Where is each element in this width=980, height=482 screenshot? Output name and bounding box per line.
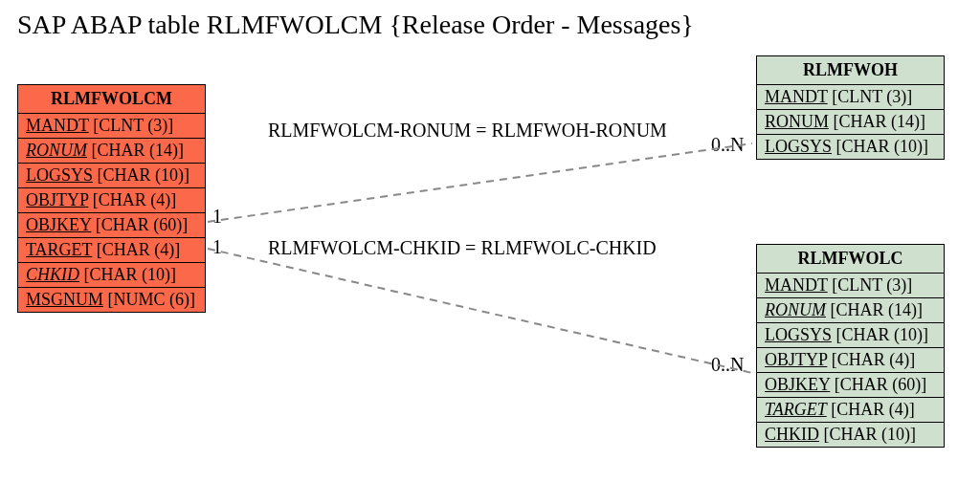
field-type: [CHAR (14)] [87, 141, 184, 160]
entity-field-row: OBJTYP [CHAR (4)] [18, 188, 205, 213]
field-name: TARGET [26, 240, 92, 259]
entity-field-row: TARGET [CHAR (4)] [18, 238, 205, 263]
field-name: RONUM [765, 112, 829, 131]
entity-header: RLMFWOH [757, 56, 944, 85]
field-type: [CLNT (3)] [828, 275, 913, 295]
field-name: CHKID [26, 265, 79, 284]
field-type: [CLNT (3)] [828, 87, 913, 106]
entity-field-row: LOGSYS [CHAR (10)] [18, 164, 205, 188]
entity-field-row: CHKID [CHAR (10)] [18, 263, 205, 288]
field-name: OBJKEY [765, 375, 830, 394]
field-name: TARGET [765, 400, 827, 419]
field-name: OBJTYP [26, 190, 88, 209]
entity-field-row: OBJTYP [CHAR (4)] [757, 348, 944, 373]
entity-field-row: RONUM [CHAR (14)] [18, 139, 205, 164]
relation-label-bottom: RLMFWOLCM-CHKID = RLMFWOLC-CHKID [268, 237, 657, 259]
entity-rlmfwolcm: RLMFWOLCM MANDT [CLNT (3)]RONUM [CHAR (1… [17, 84, 206, 313]
field-type: [CLNT (3)] [89, 116, 174, 135]
field-name: MANDT [765, 275, 828, 295]
field-name: OBJTYP [765, 350, 827, 369]
entity-field-row: RONUM [CHAR (14)] [757, 298, 944, 323]
entity-field-row: MANDT [CLNT (3)] [18, 114, 205, 139]
entity-rlmfwolc: RLMFWOLC MANDT [CLNT (3)]RONUM [CHAR (14… [756, 244, 945, 448]
relation-label-top: RLMFWOLCM-RONUM = RLMFWOH-RONUM [268, 120, 667, 142]
field-type: [CHAR (4)] [92, 240, 180, 259]
entity-field-row: RONUM [CHAR (14)] [757, 110, 944, 135]
field-type: [CHAR (10)] [79, 265, 176, 284]
entity-field-row: CHKID [CHAR (10)] [757, 423, 944, 447]
field-name: RONUM [765, 300, 826, 319]
cardinality-right-bottom: 0..N [711, 354, 744, 376]
field-name: LOGSYS [765, 325, 832, 344]
field-type: [CHAR (10)] [832, 325, 928, 344]
field-type: [CHAR (4)] [827, 350, 915, 369]
entity-field-row: TARGET [CHAR (4)] [757, 398, 944, 423]
entity-field-row: OBJKEY [CHAR (60)] [18, 213, 205, 238]
field-type: [CHAR (14)] [826, 300, 923, 319]
field-name: MANDT [765, 87, 828, 106]
field-name: CHKID [765, 425, 819, 444]
field-name: LOGSYS [26, 165, 93, 185]
field-type: [CHAR (4)] [827, 400, 915, 419]
field-type: [CHAR (60)] [91, 215, 188, 234]
entity-header: RLMFWOLC [757, 245, 944, 274]
entity-rlmfwoh: RLMFWOH MANDT [CLNT (3)]RONUM [CHAR (14)… [756, 55, 945, 160]
field-type: [NUMC (6)] [103, 290, 195, 309]
field-type: [CHAR (14)] [829, 112, 925, 131]
entity-field-row: OBJKEY [CHAR (60)] [757, 373, 944, 398]
cardinality-left-bottom: 1 [212, 236, 222, 258]
field-type: [CHAR (10)] [819, 425, 916, 444]
field-type: [CHAR (60)] [830, 375, 926, 394]
field-type: [CHAR (10)] [93, 165, 189, 185]
cardinality-right-top: 0..N [711, 134, 744, 156]
field-type: [CHAR (10)] [832, 137, 928, 156]
field-name: MSGNUM [26, 290, 103, 309]
svg-line-0 [208, 143, 752, 222]
entity-field-row: LOGSYS [CHAR (10)] [757, 135, 944, 159]
field-name: RONUM [26, 141, 87, 160]
entity-field-row: MANDT [CLNT (3)] [757, 85, 944, 110]
cardinality-left-top: 1 [212, 206, 222, 228]
entity-field-row: LOGSYS [CHAR (10)] [757, 323, 944, 348]
field-name: MANDT [26, 116, 89, 135]
field-name: OBJKEY [26, 215, 91, 234]
entity-field-row: MSGNUM [NUMC (6)] [18, 288, 205, 312]
field-name: LOGSYS [765, 137, 832, 156]
entity-field-row: MANDT [CLNT (3)] [757, 274, 944, 298]
svg-line-1 [208, 249, 752, 373]
field-type: [CHAR (4)] [88, 190, 176, 209]
entity-header: RLMFWOLCM [18, 85, 205, 114]
page-title: SAP ABAP table RLMFWOLCM {Release Order … [17, 10, 694, 40]
